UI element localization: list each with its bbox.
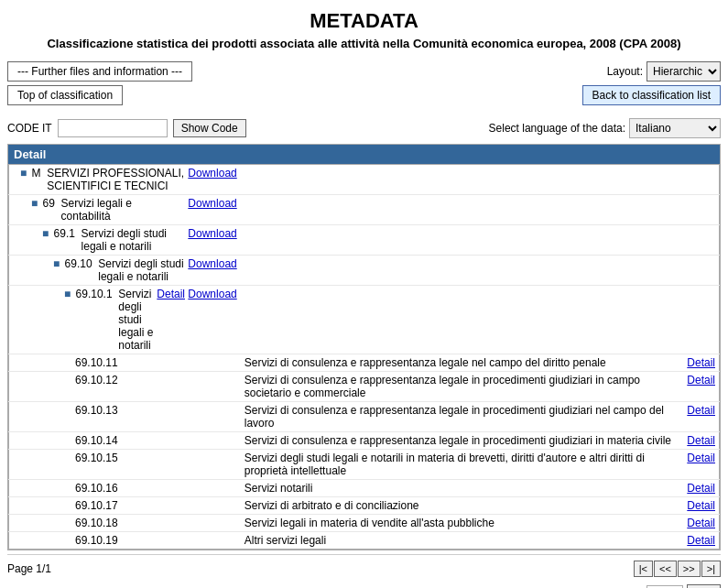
table-row: ■ 69.10.1 Servizi degli studi legali e n… (9, 286, 720, 354)
table-row: 69.10.19 Altri servizi legali Detail (9, 532, 720, 550)
bullet-icon: ■ (53, 257, 60, 270)
detail-link[interactable]: Detail (687, 499, 715, 512)
layout-select[interactable]: Hierarchic Flat (647, 61, 721, 82)
row-code: 69 (39, 197, 60, 210)
detail-link[interactable]: Detail (687, 434, 715, 447)
row-code: 69.10 (61, 257, 98, 270)
goto-button[interactable]: Go ! (687, 584, 721, 588)
further-files-button[interactable]: --- Further files and information --- (7, 61, 192, 82)
bullet-icon: ■ (20, 167, 27, 180)
detail-link[interactable]: Detail (687, 534, 715, 547)
row-code: M (28, 167, 47, 180)
detail-header: Detail (8, 145, 720, 164)
table-row: 69.10.13 Servizi di consulenza e rappres… (9, 402, 720, 432)
detail-section: Detail ■ M SERVIZI PROFESSIONALI, SCIENT… (7, 144, 721, 550)
leaf-desc: Servizi di consulenza e rappresentanza l… (244, 356, 606, 369)
bullet-icon: ■ (64, 288, 71, 300)
layout-container: Layout: Hierarchic Flat (607, 61, 721, 82)
table-row: ■ 69 Servizi legali e contabilità Downlo… (9, 195, 720, 225)
nav-last-button[interactable]: >| (701, 561, 721, 577)
detail-link[interactable]: Detail (687, 356, 715, 369)
toolbar: --- Further files and information --- La… (0, 58, 728, 113)
download-link[interactable]: Download (188, 197, 236, 210)
nav-first-button[interactable]: |< (634, 561, 653, 577)
table-row: 69.10.16 Servizi notarili Detail (9, 480, 720, 497)
bullet-icon: ■ (42, 227, 49, 240)
row-desc: Servizi degli studi legali e notarili (98, 257, 188, 283)
detail-link[interactable]: Detail (687, 517, 715, 529)
table-row: 69.10.12 Servizi di consulenza e rappres… (9, 372, 720, 402)
nav-prev-button[interactable]: << (654, 561, 677, 577)
table-row: ■ 69.10 Servizi degli studi legali e not… (9, 256, 720, 286)
download-link[interactable]: Download (188, 257, 236, 270)
detail-link[interactable]: Detail (687, 374, 715, 387)
language-select[interactable]: Italiano English Français Deutsch (629, 118, 721, 138)
bullet-icon: ■ (31, 197, 38, 210)
back-to-classification-button[interactable]: Back to classification list (582, 85, 721, 105)
leaf-code: 69.10.15 (75, 452, 118, 464)
table-row: ■ 69.1 Servizi degli studi legali e nota… (9, 225, 720, 256)
leaf-code: 69.10.12 (75, 374, 118, 387)
table-row: 69.10.14 Servizi di consulenza e rappres… (9, 432, 720, 450)
detail-table: ■ M SERVIZI PROFESSIONALI, SCIENTIFICI E… (8, 164, 720, 550)
top-classification-button[interactable]: Top of classification (7, 85, 123, 105)
show-code-button[interactable]: Show Code (173, 119, 246, 137)
detail-link[interactable]: Detail (157, 288, 185, 300)
table-row: 69.10.15 Servizi degli studi legali e no… (9, 450, 720, 480)
row-desc: Servizi degli studi legali e notarili (81, 227, 189, 253)
footer: Page 1/1 |< << >> >| (0, 555, 728, 583)
row-desc: SERVIZI PROFESSIONALI, SCIENTIFICI E TEC… (47, 167, 188, 192)
detail-link[interactable]: Detail (687, 482, 715, 495)
detail-link[interactable]: Detail (687, 452, 715, 464)
language-container: Select language of the data: Italiano En… (489, 118, 721, 138)
leaf-desc: Servizi degli studi legali e notarili in… (244, 452, 645, 477)
detail-link[interactable]: Detail (687, 404, 715, 417)
layout-label: Layout: (607, 65, 643, 78)
table-row: 69.10.11 Servizi di consulenza e rappres… (9, 354, 720, 372)
row-code: 69.1 (50, 227, 81, 240)
code-input[interactable] (58, 119, 168, 137)
leaf-desc: Servizi notarili (244, 482, 313, 495)
leaf-code: 69.10.13 (75, 404, 118, 417)
goto-row: Go to page: Go ! (0, 583, 728, 588)
leaf-code: 69.10.16 (75, 482, 118, 495)
download-link[interactable]: Download (188, 167, 236, 180)
table-row: 69.10.17 Servizi di arbitrato e di conci… (9, 497, 720, 515)
table-row: 69.10.18 Servizi legali in materia di ve… (9, 515, 720, 532)
row-code: 69.10.1 (72, 288, 118, 300)
download-link[interactable]: Download (188, 227, 236, 240)
search-bar: CODE IT Show Code Select language of the… (0, 113, 728, 144)
table-row: ■ M SERVIZI PROFESSIONALI, SCIENTIFICI E… (9, 165, 720, 195)
code-label: CODE IT (7, 122, 52, 135)
leaf-code: 69.10.18 (75, 517, 118, 529)
page-info: Page 1/1 (7, 562, 51, 575)
nav-next-button[interactable]: >> (678, 561, 701, 577)
leaf-code: 69.10.19 (75, 534, 118, 547)
leaf-desc: Servizi di consulenza e rappresentanza l… (244, 374, 640, 399)
leaf-desc: Altri servizi legali (244, 534, 326, 547)
navigation-buttons: |< << >> >| (634, 561, 721, 577)
row-desc: Servizi legali e contabilità (61, 197, 189, 223)
leaf-desc: Servizi legali in materia di vendite all… (244, 517, 494, 529)
header-section: METADATA Classificazione statistica dei … (0, 0, 728, 58)
leaf-desc: Servizi di consulenza e rappresentanza l… (244, 404, 664, 430)
leaf-code: 69.10.11 (75, 356, 118, 369)
leaf-desc: Servizi di consulenza e rappresentanza l… (244, 434, 671, 447)
download-link[interactable]: Download (188, 288, 236, 300)
row-desc: Servizi degli studi legali e notarili (118, 288, 157, 352)
leaf-code: 69.10.17 (75, 499, 118, 512)
page-title: METADATA (9, 9, 719, 33)
language-label: Select language of the data: (489, 122, 625, 135)
page-subtitle: Classificazione statistica dei prodotti … (9, 37, 719, 50)
leaf-code: 69.10.14 (75, 434, 118, 447)
leaf-desc: Servizi di arbitrato e di conciliazione (244, 499, 419, 512)
